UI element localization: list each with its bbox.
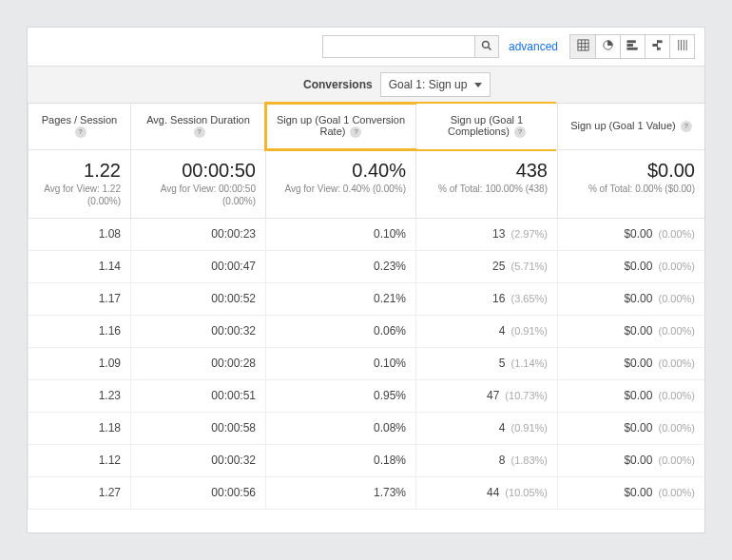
cell-pages: 1.23 bbox=[29, 379, 131, 412]
svg-rect-2 bbox=[577, 40, 588, 50]
report-table: Pages / Session? Avg. Session Duration? … bbox=[28, 104, 705, 510]
bars-icon bbox=[626, 39, 639, 54]
table-row[interactable]: 1.0800:00:230.10%13(2.97%)$0.00(0.00%) bbox=[29, 218, 705, 250]
cell-pages: 1.16 bbox=[29, 315, 131, 347]
cell-rate: 1.73% bbox=[266, 476, 416, 509]
table-icon bbox=[577, 39, 589, 54]
help-icon[interactable]: ? bbox=[75, 126, 87, 138]
cell-completions: 4(0.91%) bbox=[416, 315, 558, 347]
cell-value: $0.00(0.00%) bbox=[558, 282, 705, 315]
cell-completions: 5(1.14%) bbox=[416, 347, 558, 379]
cell-completions: 25(5.71%) bbox=[416, 250, 558, 282]
summary-pages: 1.22 bbox=[34, 160, 121, 181]
help-icon[interactable]: ? bbox=[194, 126, 205, 138]
chevron-down-icon bbox=[474, 83, 482, 87]
pivot-icon bbox=[676, 39, 688, 54]
svg-rect-12 bbox=[658, 41, 663, 43]
cell-value: $0.00(0.00%) bbox=[558, 315, 705, 347]
search-button[interactable] bbox=[474, 35, 499, 58]
cell-value: $0.00(0.00%) bbox=[558, 476, 705, 509]
svg-point-0 bbox=[482, 41, 489, 48]
cell-rate: 0.23% bbox=[266, 250, 416, 282]
svg-rect-10 bbox=[627, 48, 637, 49]
help-icon[interactable]: ? bbox=[681, 121, 692, 132]
cell-completions: 4(0.91%) bbox=[416, 412, 558, 444]
search-icon bbox=[481, 40, 492, 54]
summary-value: $0.00 bbox=[564, 160, 695, 181]
table-row[interactable]: 1.1600:00:320.06%4(0.91%)$0.00(0.00%) bbox=[29, 315, 705, 347]
cell-rate: 0.10% bbox=[266, 347, 416, 379]
pie-icon bbox=[602, 39, 614, 54]
cell-pages: 1.14 bbox=[29, 250, 131, 282]
view-buttons bbox=[569, 34, 695, 59]
search-input[interactable] bbox=[322, 35, 474, 58]
col-header-duration[interactable]: Avg. Session Duration? bbox=[131, 104, 266, 149]
cell-duration: 00:00:47 bbox=[131, 250, 266, 282]
cell-value: $0.00(0.00%) bbox=[558, 218, 705, 250]
summary-completions: 438 bbox=[422, 160, 548, 181]
summary-completions-sub: % of Total: 100.00% (438) bbox=[422, 183, 548, 196]
cell-completions: 13(2.97%) bbox=[416, 218, 558, 250]
svg-rect-14 bbox=[658, 48, 661, 49]
cell-completions: 16(3.65%) bbox=[416, 282, 558, 315]
view-comparison-button[interactable] bbox=[645, 35, 669, 58]
col-header-completions[interactable]: Sign up (Goal 1 Completions) ? bbox=[416, 104, 558, 149]
toolbar: advanced bbox=[28, 28, 704, 66]
cell-pages: 1.09 bbox=[29, 347, 131, 379]
goal-selected-text: Goal 1: Sign up bbox=[389, 78, 468, 91]
view-table-button[interactable] bbox=[570, 35, 595, 58]
cell-value: $0.00(0.00%) bbox=[558, 412, 705, 444]
cell-duration: 00:00:23 bbox=[131, 218, 266, 250]
table-row[interactable]: 1.1400:00:470.23%25(5.71%)$0.00(0.00%) bbox=[29, 250, 705, 282]
summary-pages-sub: Avg for View: 1.22 (0.00%) bbox=[34, 183, 121, 208]
cell-completions: 47(10.73%) bbox=[416, 379, 558, 412]
cell-rate: 0.10% bbox=[266, 218, 416, 250]
cell-duration: 00:00:52 bbox=[131, 282, 266, 315]
table-row[interactable]: 1.0900:00:280.10%5(1.14%)$0.00(0.00%) bbox=[29, 347, 705, 379]
advanced-link[interactable]: advanced bbox=[509, 40, 558, 53]
table-row[interactable]: 1.1700:00:520.21%16(3.65%)$0.00(0.00%) bbox=[29, 282, 705, 315]
svg-rect-8 bbox=[627, 41, 635, 43]
cell-duration: 00:00:32 bbox=[131, 315, 266, 347]
table-row[interactable]: 1.2300:00:510.95%47(10.73%)$0.00(0.00%) bbox=[29, 379, 705, 412]
cell-completions: 44(10.05%) bbox=[416, 476, 558, 509]
view-pie-button[interactable] bbox=[595, 35, 620, 58]
col-header-conv-rate[interactable]: Sign up (Goal 1 Conversion Rate) ? bbox=[266, 104, 416, 149]
svg-rect-9 bbox=[627, 45, 633, 47]
conversions-bar: Conversions Goal 1: Sign up bbox=[28, 66, 704, 104]
table-row[interactable]: 1.2700:00:561.73%44(10.05%)$0.00(0.00%) bbox=[29, 476, 705, 509]
col-header-pages[interactable]: Pages / Session? bbox=[29, 104, 131, 149]
summary-rate-sub: Avg for View: 0.40% (0.00%) bbox=[272, 183, 406, 196]
cell-rate: 0.06% bbox=[266, 315, 416, 347]
goal-selector[interactable]: Goal 1: Sign up bbox=[380, 72, 491, 97]
view-performance-button[interactable] bbox=[620, 35, 645, 58]
cell-rate: 0.08% bbox=[266, 412, 416, 444]
cell-value: $0.00(0.00%) bbox=[558, 444, 705, 476]
cell-duration: 00:00:28 bbox=[131, 347, 266, 379]
help-icon[interactable]: ? bbox=[514, 126, 526, 138]
comparison-icon bbox=[651, 39, 664, 54]
col-header-value[interactable]: Sign up (Goal 1 Value) ? bbox=[558, 104, 705, 149]
table-row[interactable]: 1.1200:00:320.18%8(1.83%)$0.00(0.00%) bbox=[29, 444, 705, 476]
cell-rate: 0.18% bbox=[266, 444, 416, 476]
cell-pages: 1.08 bbox=[29, 218, 131, 250]
summary-duration-sub: Avg for View: 00:00:50 (0.00%) bbox=[137, 183, 256, 208]
cell-value: $0.00(0.00%) bbox=[558, 250, 705, 282]
cell-duration: 00:00:56 bbox=[131, 476, 266, 509]
cell-pages: 1.18 bbox=[29, 412, 131, 444]
table-row[interactable]: 1.1800:00:580.08%4(0.91%)$0.00(0.00%) bbox=[29, 412, 705, 444]
cell-value: $0.00(0.00%) bbox=[558, 379, 705, 412]
cell-duration: 00:00:32 bbox=[131, 444, 266, 476]
cell-pages: 1.12 bbox=[29, 444, 131, 476]
cell-value: $0.00(0.00%) bbox=[558, 347, 705, 379]
svg-line-1 bbox=[488, 47, 491, 49]
view-pivot-button[interactable] bbox=[669, 35, 694, 58]
summary-value-sub: % of Total: 0.00% ($0.00) bbox=[564, 183, 695, 196]
cell-completions: 8(1.83%) bbox=[416, 444, 558, 476]
summary-row: 1.22Avg for View: 1.22 (0.00%) 00:00:50A… bbox=[29, 149, 705, 218]
cell-pages: 1.27 bbox=[29, 476, 131, 509]
report-panel: advanced Conversions Goal 1: Sign up Pag… bbox=[27, 27, 705, 533]
cell-duration: 00:00:51 bbox=[131, 379, 266, 412]
help-icon[interactable]: ? bbox=[350, 126, 361, 138]
cell-pages: 1.17 bbox=[29, 282, 131, 315]
